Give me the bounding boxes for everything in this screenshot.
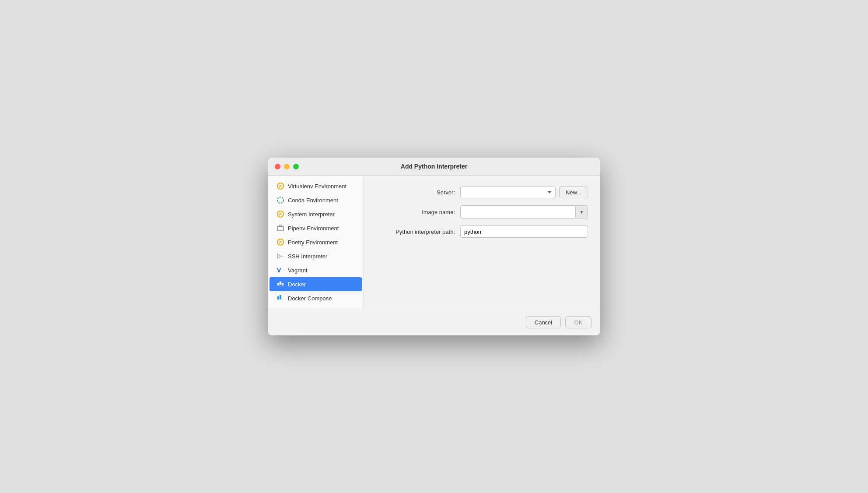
sidebar-item-label: SSH Interpreter xyxy=(288,253,327,260)
sidebar-item-conda[interactable]: Conda Environment xyxy=(270,193,362,207)
dialog-title: Add Python Interpreter xyxy=(401,163,467,170)
image-name-input-wrap: ▼ xyxy=(460,205,588,218)
svg-text:P: P xyxy=(279,240,282,245)
sidebar-item-label: Poetry Environment xyxy=(288,239,338,246)
system-icon: P xyxy=(276,210,284,218)
svg-rect-15 xyxy=(282,283,284,285)
vagrant-icon: V xyxy=(276,266,284,274)
docker-icon xyxy=(276,280,284,288)
svg-rect-6 xyxy=(279,225,282,227)
sidebar-item-label: Conda Environment xyxy=(288,197,338,204)
svg-rect-19 xyxy=(277,298,279,299)
svg-rect-20 xyxy=(280,298,281,299)
server-select[interactable] xyxy=(460,186,556,198)
server-row: Server: New... xyxy=(376,186,588,198)
new-button[interactable]: New... xyxy=(559,186,588,198)
sidebar-item-label: Docker xyxy=(288,281,306,288)
svg-rect-14 xyxy=(280,282,281,283)
server-control-wrap: New... xyxy=(460,186,588,198)
sidebar: P Virtualenv Environment Conda Environme… xyxy=(268,176,364,309)
svg-rect-12 xyxy=(277,283,279,285)
python-path-input[interactable] xyxy=(460,225,588,238)
svg-rect-16 xyxy=(277,296,279,298)
close-button[interactable] xyxy=(275,164,280,169)
python-path-control-wrap xyxy=(460,225,588,238)
sidebar-item-pipenv[interactable]: Pipenv Environment xyxy=(270,221,362,235)
image-name-row: Image name: ▼ xyxy=(376,205,588,218)
image-name-label: Image name: xyxy=(376,209,455,215)
python-path-label: Python interpreter path: xyxy=(376,229,455,235)
main-content: Server: New... Image name: ▼ xyxy=(364,176,600,309)
svg-text:V: V xyxy=(277,267,281,274)
sidebar-item-docker-compose[interactable]: Docker Compose xyxy=(270,291,362,305)
add-python-interpreter-dialog: Add Python Interpreter P Virtualenv Envi… xyxy=(268,158,600,335)
image-name-input[interactable] xyxy=(461,206,575,218)
sidebar-item-label: Virtualenv Environment xyxy=(288,183,346,190)
conda-icon xyxy=(276,196,284,204)
maximize-button[interactable] xyxy=(293,164,299,169)
dialog-body: P Virtualenv Environment Conda Environme… xyxy=(268,176,600,309)
svg-text:P: P xyxy=(279,184,282,189)
pipenv-icon xyxy=(276,224,284,232)
virtualenv-icon: P xyxy=(276,182,284,190)
poetry-icon: P xyxy=(276,238,284,246)
docker-compose-icon xyxy=(276,294,284,302)
ssh-icon xyxy=(276,252,284,260)
image-name-control-wrap: ▼ xyxy=(460,205,588,218)
svg-rect-18 xyxy=(280,295,281,296)
svg-rect-13 xyxy=(280,283,281,285)
sidebar-item-label: System Interpreter xyxy=(288,211,335,218)
sidebar-item-label: Docker Compose xyxy=(288,295,332,302)
svg-marker-9 xyxy=(277,254,281,258)
server-label: Server: xyxy=(376,189,455,196)
sidebar-item-docker[interactable]: Docker xyxy=(270,277,362,291)
svg-rect-17 xyxy=(280,296,281,298)
sidebar-item-ssh[interactable]: SSH Interpreter xyxy=(270,249,362,263)
image-name-dropdown-button[interactable]: ▼ xyxy=(575,206,588,218)
sidebar-item-virtualenv[interactable]: P Virtualenv Environment xyxy=(270,179,362,193)
svg-text:P: P xyxy=(279,212,282,217)
ok-button[interactable]: OK xyxy=(565,316,592,328)
dialog-footer: Cancel OK xyxy=(268,309,600,335)
sidebar-item-label: Vagrant xyxy=(288,267,308,274)
title-bar: Add Python Interpreter xyxy=(268,158,600,176)
minimize-button[interactable] xyxy=(284,164,290,169)
sidebar-item-label: Pipenv Environment xyxy=(288,225,339,232)
sidebar-item-vagrant[interactable]: V Vagrant xyxy=(270,263,362,277)
python-path-row: Python interpreter path: xyxy=(376,225,588,238)
svg-point-2 xyxy=(277,197,284,203)
sidebar-item-poetry[interactable]: P Poetry Environment xyxy=(270,235,362,249)
cancel-button[interactable]: Cancel xyxy=(526,316,561,328)
sidebar-item-system[interactable]: P System Interpreter xyxy=(270,207,362,221)
window-controls xyxy=(275,164,299,169)
